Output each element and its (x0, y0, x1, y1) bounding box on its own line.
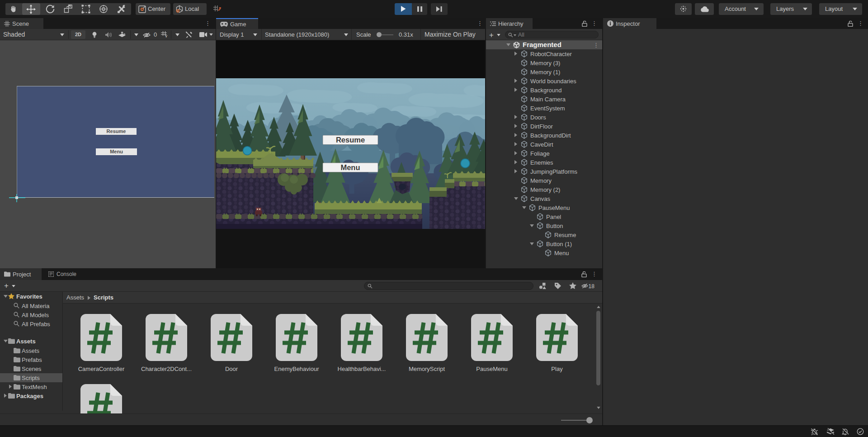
svg-text:18: 18 (589, 283, 595, 290)
svg-text:Y: Y (165, 34, 168, 38)
svg-text:Menu: Menu (340, 163, 360, 171)
svg-text:Resume: Resume (336, 136, 365, 144)
